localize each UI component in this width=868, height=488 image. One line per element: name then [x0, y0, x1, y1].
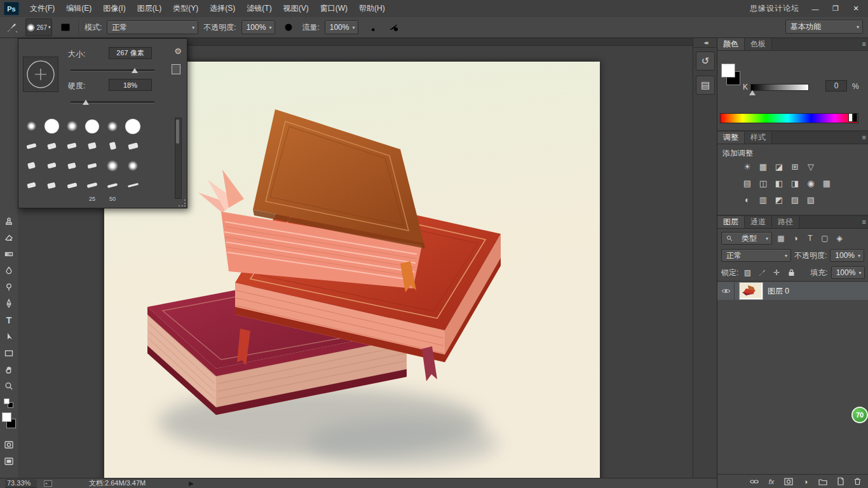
- panel-menu-icon[interactable]: ≡: [862, 218, 866, 226]
- blend-mode-select[interactable]: 正常▾: [107, 20, 198, 34]
- hardness-input[interactable]: 18%: [109, 79, 152, 91]
- expand-panels-icon[interactable]: ◂◂: [693, 38, 717, 48]
- clone-stamp-tool[interactable]: [0, 213, 18, 229]
- color-balance-icon[interactable]: ◫: [756, 177, 770, 189]
- hardness-slider-handle[interactable]: [83, 100, 89, 105]
- color-lookup-icon[interactable]: ▦: [820, 177, 834, 189]
- filter-adjustment-layers-icon[interactable]: ◑: [790, 233, 801, 243]
- dodge-tool[interactable]: [0, 279, 18, 295]
- color-spectrum-ramp[interactable]: [720, 113, 858, 123]
- layer-blend-mode-select[interactable]: 正常▾: [721, 249, 791, 262]
- levels-icon[interactable]: ▦: [756, 161, 770, 172]
- panel-menu-icon[interactable]: ≡: [862, 40, 866, 48]
- gear-icon[interactable]: ⚙: [174, 46, 182, 56]
- tab-layers[interactable]: 图层: [717, 216, 745, 228]
- vibrance-icon[interactable]: ▽: [804, 161, 818, 172]
- opacity-select[interactable]: 100%▾: [241, 20, 276, 34]
- tab-swatches[interactable]: 色板: [745, 38, 772, 50]
- brush-preset[interactable]: [62, 116, 82, 136]
- channel-mixer-icon[interactable]: ◉: [804, 177, 818, 189]
- quick-mask-button[interactable]: [0, 437, 18, 453]
- type-tool[interactable]: T: [0, 312, 18, 329]
- layer-visibility-eye-icon[interactable]: [717, 282, 735, 300]
- workspace-switcher[interactable]: 基本功能▾: [785, 20, 863, 34]
- black-white-icon[interactable]: ◧: [772, 177, 786, 189]
- airbrush-icon[interactable]: [363, 20, 380, 35]
- foreground-background-swatches[interactable]: [0, 410, 18, 431]
- zoom-level-input[interactable]: 73.33%: [5, 479, 37, 488]
- size-slider-handle[interactable]: [132, 68, 138, 73]
- layer-name[interactable]: 图层 0: [768, 286, 789, 297]
- invert-icon[interactable]: ◐: [740, 194, 754, 205]
- size-slider[interactable]: [71, 69, 154, 72]
- brush-preset[interactable]: [123, 156, 143, 175]
- layer-style-fx-icon[interactable]: fx: [766, 477, 776, 486]
- brush-preset[interactable]: [21, 116, 41, 136]
- brush-preset[interactable]: [102, 136, 123, 156]
- close-button[interactable]: ✕: [849, 3, 863, 15]
- brush-preset[interactable]: [21, 175, 41, 195]
- tab-color[interactable]: 颜色: [717, 38, 745, 50]
- brush-preset[interactable]: [102, 116, 123, 136]
- brush-preset[interactable]: [41, 156, 62, 175]
- minimize-button[interactable]: —: [808, 3, 822, 15]
- lock-position-icon[interactable]: ✛: [771, 268, 782, 278]
- layer-filter-type-select[interactable]: 类型▾: [721, 232, 772, 245]
- foreground-swatch[interactable]: [721, 64, 735, 78]
- black-chip[interactable]: [853, 113, 857, 122]
- scrollbar-thumb[interactable]: [176, 119, 179, 144]
- menu-item-window[interactable]: 窗口(W): [315, 0, 353, 17]
- history-panel-icon[interactable]: ↺: [696, 51, 715, 71]
- rectangle-tool[interactable]: [0, 345, 18, 362]
- layer-thumbnail[interactable]: [739, 282, 763, 300]
- lock-transparency-icon[interactable]: ▨: [742, 268, 753, 278]
- filter-pixel-layers-icon[interactable]: ▦: [775, 233, 787, 243]
- lock-all-icon[interactable]: [785, 268, 797, 278]
- link-layers-icon[interactable]: [749, 477, 759, 486]
- white-chip[interactable]: [848, 113, 853, 122]
- restore-button[interactable]: ❐: [829, 3, 843, 15]
- brush-preset-picker[interactable]: 267 ▾: [25, 18, 52, 36]
- menu-item-select[interactable]: 选择(S): [204, 0, 241, 17]
- brush-preset[interactable]: [82, 136, 102, 156]
- posterize-icon[interactable]: ▥: [756, 194, 770, 205]
- brush-preset[interactable]: [102, 156, 123, 175]
- tab-styles[interactable]: 样式: [745, 132, 772, 144]
- selective-color-icon[interactable]: ▧: [804, 194, 818, 205]
- menu-item-file[interactable]: 文件(F): [24, 0, 60, 17]
- brush-preset[interactable]: [123, 116, 143, 136]
- brush-tool-preset-button[interactable]: [4, 20, 20, 35]
- filter-shape-layers-icon[interactable]: ▢: [819, 233, 831, 243]
- k-slider[interactable]: [750, 84, 809, 91]
- k-value-input[interactable]: 0: [825, 80, 847, 92]
- flow-select[interactable]: 100%▾: [325, 20, 359, 34]
- menu-item-view[interactable]: 视图(V): [278, 0, 315, 17]
- pressure-opacity-icon[interactable]: [280, 20, 297, 35]
- new-group-icon[interactable]: [818, 477, 828, 486]
- threshold-icon[interactable]: ◩: [772, 194, 786, 205]
- menu-item-help[interactable]: 帮助(H): [353, 0, 391, 17]
- gradient-tool[interactable]: [0, 246, 18, 262]
- fill-select[interactable]: 100%▾: [831, 266, 865, 279]
- notification-badge[interactable]: 70: [851, 407, 868, 423]
- brush-grid-scrollbar[interactable]: [175, 118, 182, 199]
- brush-preset[interactable]: [41, 116, 62, 136]
- brush-preset[interactable]: [82, 116, 102, 136]
- properties-panel-icon[interactable]: ▤: [696, 76, 715, 95]
- screen-mode-button[interactable]: [0, 453, 18, 470]
- menu-item-image[interactable]: 图像(I): [97, 0, 131, 17]
- tab-channels[interactable]: 通道: [745, 216, 772, 228]
- new-adjustment-layer-icon[interactable]: ◑: [801, 477, 811, 486]
- brush-preset[interactable]: [123, 136, 143, 156]
- new-layer-icon[interactable]: [835, 477, 845, 486]
- brush-preset[interactable]: [41, 175, 62, 195]
- panel-menu-icon[interactable]: ≡: [862, 133, 866, 141]
- layer-row[interactable]: 图层 0: [717, 282, 868, 300]
- gradient-map-icon[interactable]: ▨: [788, 194, 802, 205]
- hardness-slider[interactable]: [71, 101, 154, 104]
- zoom-tool[interactable]: [0, 378, 18, 395]
- lock-pixels-icon[interactable]: [756, 268, 768, 278]
- photo-filter-icon[interactable]: ◨: [788, 177, 802, 189]
- brush-preset[interactable]: 50: [102, 175, 123, 195]
- filter-smart-object-icon[interactable]: ◈: [834, 233, 845, 243]
